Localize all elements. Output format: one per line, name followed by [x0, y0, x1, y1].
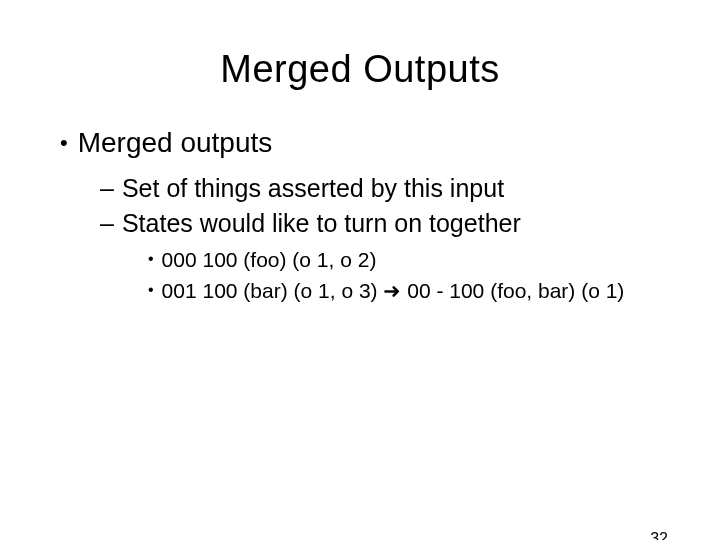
bullet-level2: – Set of things asserted by this input: [100, 173, 680, 204]
page-number: 32: [650, 530, 668, 540]
bullet-level2-text: States would like to turn on together: [122, 208, 521, 239]
bullet-level3: • 000 100 (foo) (o 1, o 2): [148, 246, 680, 273]
bullet-dot-icon: •: [148, 277, 154, 303]
l3-text-part-b: 00 - 100 (foo, bar) (o 1): [401, 279, 624, 302]
slide: Merged Outputs • Merged outputs – Set of…: [0, 48, 720, 540]
bullet-level2-text: Set of things asserted by this input: [122, 173, 504, 204]
bullet-level1-text: Merged outputs: [78, 127, 273, 159]
right-arrow-icon: ➜: [383, 279, 401, 302]
level3-group: • 000 100 (foo) (o 1, o 2) • 001 100 (ba…: [100, 246, 680, 305]
l3-text-part-a: 001 100 (bar) (o 1, o 3): [162, 279, 384, 302]
dash-icon: –: [100, 208, 114, 239]
bullet-level3-text: 000 100 (foo) (o 1, o 2): [162, 246, 377, 273]
bullet-level3-text: 001 100 (bar) (o 1, o 3) ➜ 00 - 100 (foo…: [162, 277, 625, 304]
slide-title: Merged Outputs: [0, 48, 720, 91]
bullet-dot-icon: •: [60, 127, 68, 159]
bullet-level2: – States would like to turn on together: [100, 208, 680, 239]
content-area: • Merged outputs – Set of things asserte…: [0, 127, 720, 304]
bullet-level3: • 001 100 (bar) (o 1, o 3) ➜ 00 - 100 (f…: [148, 277, 680, 304]
bullet-level1: • Merged outputs: [60, 127, 680, 159]
level2-group: – Set of things asserted by this input –…: [60, 173, 680, 304]
dash-icon: –: [100, 173, 114, 204]
bullet-dot-icon: •: [148, 246, 154, 272]
